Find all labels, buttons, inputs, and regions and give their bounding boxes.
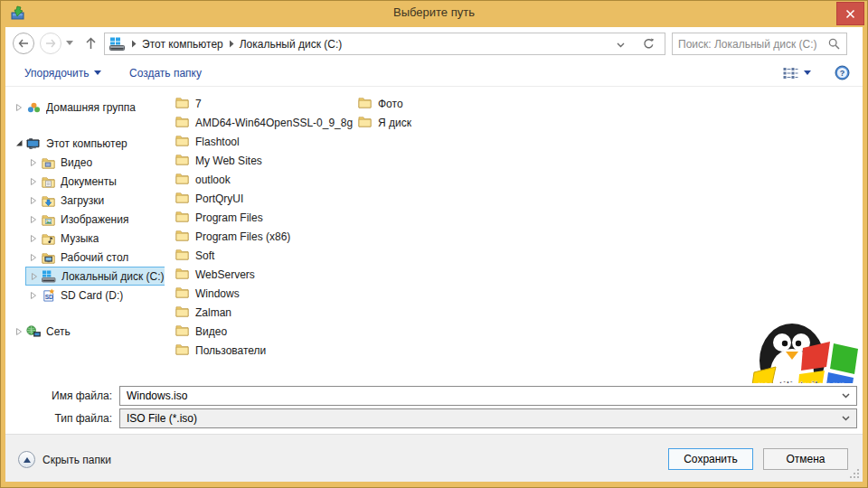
filename-input[interactable] bbox=[119, 386, 857, 406]
folder-icon bbox=[175, 286, 189, 301]
svg-text:SD: SD bbox=[44, 294, 52, 300]
breadcrumb-arrow-icon[interactable] bbox=[131, 40, 137, 48]
folder-video-icon bbox=[40, 156, 56, 169]
titlebar: Выберите путь bbox=[0, 0, 868, 27]
filetype-label: Тип файла: bbox=[5, 412, 119, 425]
search-input[interactable] bbox=[678, 34, 823, 53]
folder-icon bbox=[175, 96, 189, 111]
expander-collapsed-icon[interactable] bbox=[27, 158, 40, 167]
sidebar-item-label: Рабочий стол bbox=[61, 251, 128, 264]
folder-item[interactable]: Пользователи bbox=[170, 341, 353, 360]
sidebar-item-label: Загрузки bbox=[61, 194, 104, 207]
filetype-value: ISO File (*.iso) bbox=[119, 408, 857, 428]
folder-name: Flashtool bbox=[195, 136, 240, 148]
expander-collapsed-icon[interactable] bbox=[13, 327, 25, 336]
up-button[interactable] bbox=[81, 34, 99, 52]
folder-name: Windows bbox=[195, 287, 240, 300]
save-button[interactable]: Сохранить bbox=[668, 448, 753, 470]
sidebar-item-desktop[interactable]: Рабочий стол bbox=[5, 248, 165, 267]
folder-item[interactable]: Soft bbox=[170, 246, 353, 265]
sidebar-item-label: Локальный диск (C:) bbox=[61, 270, 165, 283]
file-list-column: 7AMD64-Win64OpenSSL-0_9_8gFlashtoolMy We… bbox=[170, 94, 353, 360]
sidebar-item-label: Документы bbox=[61, 175, 117, 188]
sidebar-item-sdcard[interactable]: SDSD Card (D:) bbox=[5, 286, 165, 305]
folder-item[interactable]: WebServers bbox=[170, 265, 353, 284]
change-view-button[interactable] bbox=[779, 64, 815, 82]
desktop-icon bbox=[40, 251, 56, 264]
folder-item[interactable]: Flashtool bbox=[170, 132, 353, 151]
folder-item[interactable]: Program Files (x86) bbox=[170, 227, 353, 246]
folder-icon bbox=[175, 191, 189, 206]
sidebar-item-network[interactable]: Сеть bbox=[5, 322, 165, 341]
expander-collapsed-icon[interactable] bbox=[27, 177, 40, 186]
new-folder-button[interactable]: Создать папку bbox=[124, 60, 207, 86]
sidebar-item-folder-video[interactable]: Видео bbox=[5, 153, 165, 172]
help-button[interactable]: ? bbox=[835, 65, 850, 80]
close-button[interactable] bbox=[836, 2, 864, 25]
folder-icon bbox=[175, 229, 189, 244]
sidebar-item-folder-docs[interactable]: Документы bbox=[5, 172, 165, 191]
sidebar-item-folder-music[interactable]: Музыка bbox=[5, 229, 165, 248]
recent-locations-chevron-icon[interactable] bbox=[66, 41, 73, 45]
back-button[interactable] bbox=[13, 33, 34, 54]
expander-collapsed-icon[interactable] bbox=[27, 234, 40, 243]
folder-item[interactable]: Windows bbox=[170, 284, 353, 303]
collapse-up-icon bbox=[18, 451, 35, 468]
folder-item[interactable]: Видео bbox=[170, 322, 353, 341]
folder-name: outlook bbox=[195, 174, 231, 186]
folder-icon bbox=[175, 115, 189, 130]
save-dialog-window: Выберите путь bbox=[0, 0, 868, 488]
breadcrumb-arrow-icon[interactable] bbox=[229, 40, 234, 48]
folder-item[interactable]: Program Files bbox=[170, 208, 353, 227]
back-arrow-icon bbox=[18, 39, 29, 48]
filename-label: Имя файла: bbox=[5, 389, 119, 402]
folder-item[interactable]: My Web Sites bbox=[170, 151, 353, 170]
address-dropdown-chevron-icon[interactable] bbox=[617, 42, 625, 48]
sidebar-item-homegroup[interactable]: Домашняя группа bbox=[5, 98, 165, 117]
sidebar-item-folder-pictures[interactable]: Изображения bbox=[5, 210, 165, 229]
navigation-bar: Этот компьютерЛокальный диск (C:) bbox=[5, 27, 863, 60]
folder-item[interactable]: PortQryUI bbox=[170, 189, 353, 208]
folder-icon bbox=[175, 248, 189, 263]
expander-collapsed-icon[interactable] bbox=[27, 196, 40, 205]
filetype-select[interactable]: ISO File (*.iso) bbox=[119, 408, 857, 428]
sidebar-item-label: Музыка bbox=[61, 232, 99, 245]
folder-name: AMD64-Win64OpenSSL-0_9_8g bbox=[195, 117, 353, 129]
breadcrumb-segment[interactable]: Локальный диск (C:) bbox=[240, 38, 343, 51]
hide-folders-label: Скрыть папки bbox=[42, 454, 111, 466]
expander-collapsed-icon[interactable] bbox=[13, 103, 25, 112]
expander-collapsed-icon[interactable] bbox=[27, 291, 40, 300]
forward-button[interactable] bbox=[40, 33, 61, 54]
folder-icon bbox=[175, 172, 189, 187]
hide-folders-button[interactable]: Скрыть папки bbox=[18, 451, 111, 468]
network-icon bbox=[25, 325, 42, 338]
expander-collapsed-icon[interactable] bbox=[27, 215, 40, 224]
folder-item[interactable]: AMD64-Win64OpenSSL-0_9_8g bbox=[170, 113, 353, 132]
expander-collapsed-icon[interactable] bbox=[27, 253, 40, 262]
folder-item[interactable]: 7 bbox=[170, 94, 353, 113]
local-disk-icon bbox=[109, 37, 126, 51]
organize-button[interactable]: Упорядочить bbox=[19, 60, 107, 86]
sidebar-item-drive[interactable]: Локальный диск (C:) bbox=[25, 267, 165, 286]
folder-item[interactable]: Zalman bbox=[170, 303, 353, 322]
folder-icon bbox=[175, 210, 189, 225]
sidebar-item-folder-downloads[interactable]: Загрузки bbox=[5, 191, 165, 210]
folder-item[interactable]: Я диск bbox=[353, 113, 535, 132]
cancel-button[interactable]: Отмена bbox=[763, 448, 848, 470]
address-bar[interactable]: Этот компьютерЛокальный диск (C:) bbox=[104, 33, 633, 55]
sidebar-item-label: Сеть bbox=[46, 325, 71, 338]
sidebar-item-computer[interactable]: Этот компьютер bbox=[5, 134, 165, 153]
expander-collapsed-icon[interactable] bbox=[28, 272, 41, 281]
folder-item[interactable]: Фото bbox=[353, 94, 535, 113]
help-icon: ? bbox=[835, 65, 850, 80]
new-folder-label: Создать папку bbox=[129, 67, 202, 80]
folder-item[interactable]: outlook bbox=[170, 170, 353, 189]
sidebar-item-label: Видео bbox=[61, 156, 92, 169]
folder-pictures-icon bbox=[40, 213, 56, 226]
expander-expanded-icon[interactable] bbox=[13, 139, 25, 147]
organize-caret-icon bbox=[94, 70, 101, 75]
refresh-button[interactable] bbox=[632, 33, 665, 55]
breadcrumb-segment[interactable]: Этот компьютер bbox=[142, 38, 223, 51]
resize-grip[interactable] bbox=[849, 468, 860, 479]
folder-name: Soft bbox=[195, 249, 214, 262]
